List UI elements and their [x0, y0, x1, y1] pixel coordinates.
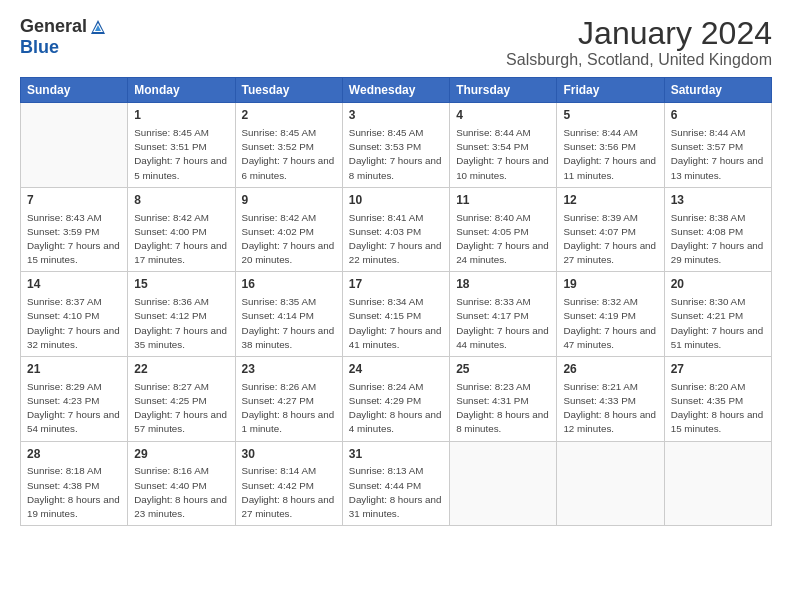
calendar-day-cell: 21Sunrise: 8:29 AMSunset: 4:23 PMDayligh… [21, 357, 128, 442]
day-info: Sunrise: 8:35 AMSunset: 4:14 PMDaylight:… [242, 295, 336, 352]
calendar-day-cell: 15Sunrise: 8:36 AMSunset: 4:12 PMDayligh… [128, 272, 235, 357]
calendar-week-row: 7Sunrise: 8:43 AMSunset: 3:59 PMDaylight… [21, 187, 772, 272]
calendar-day-cell: 19Sunrise: 8:32 AMSunset: 4:19 PMDayligh… [557, 272, 664, 357]
day-info: Sunrise: 8:13 AMSunset: 4:44 PMDaylight:… [349, 464, 443, 521]
calendar-day-cell: 24Sunrise: 8:24 AMSunset: 4:29 PMDayligh… [342, 357, 449, 442]
calendar-week-row: 21Sunrise: 8:29 AMSunset: 4:23 PMDayligh… [21, 357, 772, 442]
day-info: Sunrise: 8:44 AMSunset: 3:57 PMDaylight:… [671, 126, 765, 183]
day-header-monday: Monday [128, 78, 235, 103]
calendar-day-cell: 12Sunrise: 8:39 AMSunset: 4:07 PMDayligh… [557, 187, 664, 272]
day-number: 23 [242, 361, 336, 378]
day-info: Sunrise: 8:26 AMSunset: 4:27 PMDaylight:… [242, 380, 336, 437]
calendar-week-row: 14Sunrise: 8:37 AMSunset: 4:10 PMDayligh… [21, 272, 772, 357]
logo-general-text: General [20, 16, 87, 37]
day-info: Sunrise: 8:45 AMSunset: 3:53 PMDaylight:… [349, 126, 443, 183]
day-number: 15 [134, 276, 228, 293]
day-number: 28 [27, 446, 121, 463]
day-info: Sunrise: 8:37 AMSunset: 4:10 PMDaylight:… [27, 295, 121, 352]
day-number: 17 [349, 276, 443, 293]
day-header-friday: Friday [557, 78, 664, 103]
day-number: 9 [242, 192, 336, 209]
day-info: Sunrise: 8:29 AMSunset: 4:23 PMDaylight:… [27, 380, 121, 437]
day-number: 11 [456, 192, 550, 209]
day-header-tuesday: Tuesday [235, 78, 342, 103]
calendar-day-cell: 17Sunrise: 8:34 AMSunset: 4:15 PMDayligh… [342, 272, 449, 357]
day-number: 19 [563, 276, 657, 293]
calendar-day-cell: 23Sunrise: 8:26 AMSunset: 4:27 PMDayligh… [235, 357, 342, 442]
day-info: Sunrise: 8:42 AMSunset: 4:00 PMDaylight:… [134, 211, 228, 268]
day-info: Sunrise: 8:39 AMSunset: 4:07 PMDaylight:… [563, 211, 657, 268]
day-number: 2 [242, 107, 336, 124]
day-number: 22 [134, 361, 228, 378]
day-number: 13 [671, 192, 765, 209]
day-number: 30 [242, 446, 336, 463]
location-text: Salsburgh, Scotland, United Kingdom [506, 51, 772, 69]
calendar-day-cell: 22Sunrise: 8:27 AMSunset: 4:25 PMDayligh… [128, 357, 235, 442]
day-info: Sunrise: 8:40 AMSunset: 4:05 PMDaylight:… [456, 211, 550, 268]
calendar-day-cell [664, 441, 771, 526]
day-info: Sunrise: 8:30 AMSunset: 4:21 PMDaylight:… [671, 295, 765, 352]
day-number: 29 [134, 446, 228, 463]
day-info: Sunrise: 8:14 AMSunset: 4:42 PMDaylight:… [242, 464, 336, 521]
calendar-day-cell: 25Sunrise: 8:23 AMSunset: 4:31 PMDayligh… [450, 357, 557, 442]
day-info: Sunrise: 8:42 AMSunset: 4:02 PMDaylight:… [242, 211, 336, 268]
day-number: 1 [134, 107, 228, 124]
day-number: 18 [456, 276, 550, 293]
day-number: 16 [242, 276, 336, 293]
logo-blue-text: Blue [20, 37, 59, 58]
day-number: 5 [563, 107, 657, 124]
logo: General Blue [20, 16, 107, 58]
day-number: 24 [349, 361, 443, 378]
day-info: Sunrise: 8:43 AMSunset: 3:59 PMDaylight:… [27, 211, 121, 268]
day-info: Sunrise: 8:32 AMSunset: 4:19 PMDaylight:… [563, 295, 657, 352]
calendar-day-cell [450, 441, 557, 526]
day-info: Sunrise: 8:45 AMSunset: 3:51 PMDaylight:… [134, 126, 228, 183]
calendar-table: SundayMondayTuesdayWednesdayThursdayFrid… [20, 77, 772, 526]
day-info: Sunrise: 8:21 AMSunset: 4:33 PMDaylight:… [563, 380, 657, 437]
title-section: January 2024 Salsburgh, Scotland, United… [506, 16, 772, 69]
day-header-sunday: Sunday [21, 78, 128, 103]
day-number: 25 [456, 361, 550, 378]
calendar-day-cell: 3Sunrise: 8:45 AMSunset: 3:53 PMDaylight… [342, 103, 449, 188]
calendar-day-cell: 29Sunrise: 8:16 AMSunset: 4:40 PMDayligh… [128, 441, 235, 526]
calendar-week-row: 28Sunrise: 8:18 AMSunset: 4:38 PMDayligh… [21, 441, 772, 526]
calendar-day-cell: 28Sunrise: 8:18 AMSunset: 4:38 PMDayligh… [21, 441, 128, 526]
day-info: Sunrise: 8:16 AMSunset: 4:40 PMDaylight:… [134, 464, 228, 521]
header: General Blue January 2024 Salsburgh, Sco… [20, 16, 772, 69]
calendar-day-cell: 9Sunrise: 8:42 AMSunset: 4:02 PMDaylight… [235, 187, 342, 272]
day-info: Sunrise: 8:44 AMSunset: 3:56 PMDaylight:… [563, 126, 657, 183]
day-info: Sunrise: 8:23 AMSunset: 4:31 PMDaylight:… [456, 380, 550, 437]
calendar-day-cell [21, 103, 128, 188]
day-info: Sunrise: 8:38 AMSunset: 4:08 PMDaylight:… [671, 211, 765, 268]
day-info: Sunrise: 8:24 AMSunset: 4:29 PMDaylight:… [349, 380, 443, 437]
day-info: Sunrise: 8:18 AMSunset: 4:38 PMDaylight:… [27, 464, 121, 521]
day-header-saturday: Saturday [664, 78, 771, 103]
day-number: 27 [671, 361, 765, 378]
calendar-page: General Blue January 2024 Salsburgh, Sco… [0, 0, 792, 612]
calendar-day-cell: 31Sunrise: 8:13 AMSunset: 4:44 PMDayligh… [342, 441, 449, 526]
calendar-day-cell: 4Sunrise: 8:44 AMSunset: 3:54 PMDaylight… [450, 103, 557, 188]
day-number: 12 [563, 192, 657, 209]
day-info: Sunrise: 8:34 AMSunset: 4:15 PMDaylight:… [349, 295, 443, 352]
calendar-week-row: 1Sunrise: 8:45 AMSunset: 3:51 PMDaylight… [21, 103, 772, 188]
day-info: Sunrise: 8:36 AMSunset: 4:12 PMDaylight:… [134, 295, 228, 352]
day-number: 3 [349, 107, 443, 124]
day-header-thursday: Thursday [450, 78, 557, 103]
day-header-wednesday: Wednesday [342, 78, 449, 103]
calendar-day-cell: 20Sunrise: 8:30 AMSunset: 4:21 PMDayligh… [664, 272, 771, 357]
day-info: Sunrise: 8:45 AMSunset: 3:52 PMDaylight:… [242, 126, 336, 183]
day-number: 10 [349, 192, 443, 209]
day-info: Sunrise: 8:27 AMSunset: 4:25 PMDaylight:… [134, 380, 228, 437]
calendar-day-cell: 13Sunrise: 8:38 AMSunset: 4:08 PMDayligh… [664, 187, 771, 272]
calendar-day-cell [557, 441, 664, 526]
month-title: January 2024 [506, 16, 772, 51]
calendar-day-cell: 26Sunrise: 8:21 AMSunset: 4:33 PMDayligh… [557, 357, 664, 442]
day-number: 6 [671, 107, 765, 124]
calendar-day-cell: 10Sunrise: 8:41 AMSunset: 4:03 PMDayligh… [342, 187, 449, 272]
day-number: 7 [27, 192, 121, 209]
calendar-day-cell: 1Sunrise: 8:45 AMSunset: 3:51 PMDaylight… [128, 103, 235, 188]
calendar-day-cell: 14Sunrise: 8:37 AMSunset: 4:10 PMDayligh… [21, 272, 128, 357]
day-info: Sunrise: 8:41 AMSunset: 4:03 PMDaylight:… [349, 211, 443, 268]
calendar-day-cell: 27Sunrise: 8:20 AMSunset: 4:35 PMDayligh… [664, 357, 771, 442]
calendar-day-cell: 6Sunrise: 8:44 AMSunset: 3:57 PMDaylight… [664, 103, 771, 188]
